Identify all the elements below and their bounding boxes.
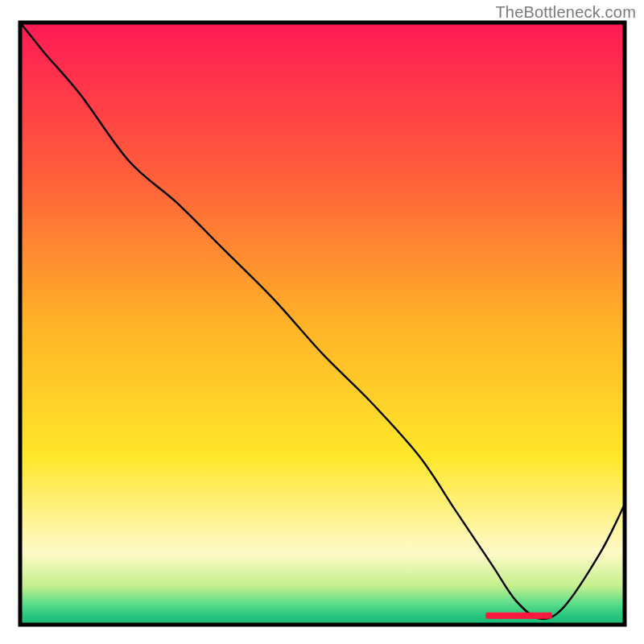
chart-container: { "attribution": "TheBottleneck.com", "o… — [0, 0, 644, 644]
gradient-background — [20, 23, 625, 625]
optimum-label: OPTIMUM — [498, 611, 539, 620]
bottleneck-chart — [0, 0, 644, 644]
